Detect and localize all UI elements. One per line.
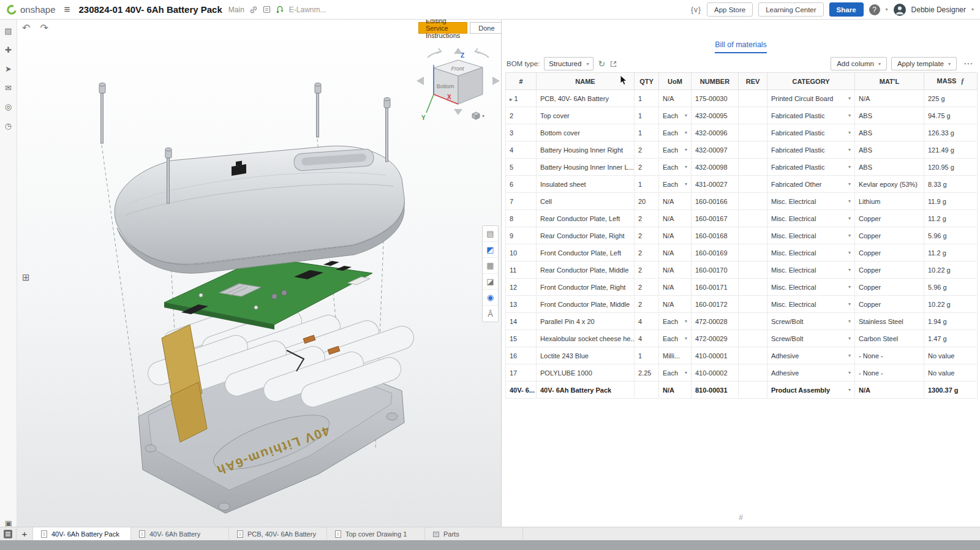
cell-qty[interactable]: 2.25 xyxy=(635,364,659,382)
cell-mass[interactable]: 121.49 g xyxy=(924,141,978,159)
cell-mass[interactable]: 10.22 g xyxy=(924,296,978,313)
feature-list-icon[interactable]: ▤ xyxy=(2,24,15,37)
bom-table-row[interactable]: ▸1 PCB, 40V- 6Ah Battery 1 N/A▾ 175-0003… xyxy=(506,90,978,107)
cell-uom[interactable]: N/A▾ xyxy=(659,244,692,262)
cell-number[interactable]: 160-00170 xyxy=(692,262,739,279)
cell-uom[interactable]: N/A▾ xyxy=(659,296,692,313)
uom-dropdown-caret-icon[interactable]: ▾ xyxy=(685,370,687,375)
uom-dropdown-caret-icon[interactable]: ▾ xyxy=(685,181,687,187)
category-dropdown-caret-icon[interactable]: ▾ xyxy=(848,387,851,393)
cell-uom[interactable]: Each▾ xyxy=(659,364,692,382)
help-caret-icon[interactable]: ▾ xyxy=(886,7,888,12)
cell-rev[interactable] xyxy=(739,210,767,227)
app-store-button[interactable]: App Store xyxy=(707,2,753,17)
cell-mass[interactable]: 11.9 g xyxy=(924,193,978,210)
cell-rev[interactable] xyxy=(739,296,767,313)
cell-material[interactable]: Copper xyxy=(855,279,924,296)
cell-name[interactable]: Front Conductor Plate, Left xyxy=(537,244,635,262)
cell-uom[interactable]: N/A▾ xyxy=(659,382,692,399)
cell-rev[interactable] xyxy=(739,107,767,124)
refresh-icon[interactable]: ↻ xyxy=(598,59,605,69)
cell-material[interactable]: Copper xyxy=(855,296,924,313)
cell-name[interactable]: Loctite 243 Blue xyxy=(537,347,635,364)
cell-rev[interactable] xyxy=(739,382,767,399)
bom-table-row[interactable]: ▸12 Front Conductor Plate, Right 2 N/A▾ … xyxy=(506,279,978,296)
bom-table-row[interactable]: ▸3 Bottom cover 1 Each▾ 432-00096 Fabric… xyxy=(506,124,978,141)
column-header-item[interactable]: # xyxy=(506,73,537,90)
banner-done-button[interactable]: Done xyxy=(470,22,501,34)
cell-number[interactable]: 175-00030 xyxy=(692,90,739,107)
cell-name[interactable]: Rear Conductor Plate, Left xyxy=(537,210,635,227)
cell-uom[interactable]: Each▾ xyxy=(659,124,692,141)
user-name[interactable]: Debbie Designer xyxy=(911,6,966,14)
cell-category[interactable]: Misc. Electrical▾ xyxy=(767,279,855,296)
bom-table-row[interactable]: ▸6 Insulated sheet 1 Each▾ 431-00027 Fab… xyxy=(506,176,978,193)
cell-mass[interactable]: 5.96 g xyxy=(924,279,978,296)
cell-uom[interactable]: N/A▾ xyxy=(659,262,692,279)
cell-number[interactable]: 432-00098 xyxy=(692,159,739,176)
cell-name[interactable]: Parallel Pin 4 x 20 xyxy=(537,313,635,330)
3d-viewport[interactable]: 40V Lithium-6Ah xyxy=(17,20,501,527)
named-views-icon[interactable]: ◉ xyxy=(483,290,498,306)
redo-icon[interactable]: ↷ xyxy=(40,22,48,34)
cell-mass[interactable]: 1.94 g xyxy=(924,313,978,330)
cell-mass[interactable]: 120.95 g xyxy=(924,159,978,176)
cell-uom[interactable]: Each▾ xyxy=(659,176,692,193)
cell-name[interactable]: Front Conductor Plate, Middle xyxy=(537,296,635,313)
cell-qty[interactable]: 2 xyxy=(635,159,659,176)
cell-rev[interactable] xyxy=(739,262,767,279)
cell-category[interactable]: Misc. Electrical▾ xyxy=(767,262,855,279)
add-tab-button[interactable]: + xyxy=(17,527,33,540)
category-dropdown-caret-icon[interactable]: ▾ xyxy=(848,130,851,135)
cell-uom[interactable]: Each▾ xyxy=(659,330,692,347)
cell-category[interactable]: Misc. Electrical▾ xyxy=(767,227,855,244)
cell-material[interactable]: N/A xyxy=(855,382,924,399)
parent-document-label[interactable]: E-Lawnm... xyxy=(289,6,326,14)
tab-parts[interactable]: Parts xyxy=(425,527,523,540)
bom-table-row[interactable]: ▸15 Hexalobular socket cheese he... 4 Ea… xyxy=(506,330,978,347)
cell-number[interactable]: 432-00096 xyxy=(692,124,739,141)
share-button[interactable]: Share xyxy=(829,2,864,17)
history-icon[interactable]: ◷ xyxy=(2,119,15,132)
cell-rev[interactable] xyxy=(739,347,767,364)
cell-qty[interactable]: 1 xyxy=(635,347,659,364)
cell-material[interactable]: Copper xyxy=(855,227,924,244)
bom-table-row[interactable]: ▸16 Loctite 243 Blue 1 Milli...▾ 410-000… xyxy=(506,347,978,364)
category-dropdown-caret-icon[interactable]: ▾ xyxy=(848,301,851,307)
cell-category[interactable]: Printed Circuit Board▾ xyxy=(767,90,855,107)
cell-category[interactable]: Misc. Electrical▾ xyxy=(767,193,855,210)
cell-qty[interactable]: 2 xyxy=(635,141,659,159)
cell-category[interactable]: Adhesive▾ xyxy=(767,364,855,382)
uom-dropdown-caret-icon[interactable]: ▾ xyxy=(685,130,687,135)
help-icon[interactable]: ? xyxy=(869,4,880,15)
cell-mass[interactable]: 126.33 g xyxy=(924,124,978,141)
category-dropdown-caret-icon[interactable]: ▾ xyxy=(848,370,851,375)
cell-uom[interactable]: Milli...▾ xyxy=(659,347,692,364)
cell-category[interactable]: Screw/Bolt▾ xyxy=(767,313,855,330)
category-dropdown-caret-icon[interactable]: ▾ xyxy=(848,250,851,255)
cell-number[interactable]: 160-00167 xyxy=(692,210,739,227)
category-dropdown-caret-icon[interactable]: ▾ xyxy=(848,198,851,204)
cell-mass[interactable]: 1300.37 g xyxy=(924,382,978,399)
column-header-matl[interactable]: MAT'L xyxy=(855,73,924,90)
cell-mass[interactable]: 1.47 g xyxy=(924,330,978,347)
bom-table-row[interactable]: ▸9 Rear Conductor Plate, Right 2 N/A▾ 16… xyxy=(506,227,978,244)
link-icon[interactable] xyxy=(249,6,258,14)
cell-number[interactable]: 410-00001 xyxy=(692,347,739,364)
cell-category[interactable]: Fabricated Plastic▾ xyxy=(767,107,855,124)
cell-qty[interactable]: 2 xyxy=(635,296,659,313)
expand-row-icon[interactable]: ▸ xyxy=(510,96,513,102)
category-dropdown-caret-icon[interactable]: ▾ xyxy=(848,353,851,358)
onshape-logo[interactable]: onshape xyxy=(6,4,56,15)
uom-dropdown-caret-icon[interactable]: ▾ xyxy=(685,113,687,118)
cell-mass[interactable]: 11.2 g xyxy=(924,244,978,262)
cell-material[interactable]: ABS xyxy=(855,141,924,159)
code-braces-icon[interactable]: {v} xyxy=(691,6,701,14)
cell-qty[interactable]: 1 xyxy=(635,90,659,107)
cell-uom[interactable]: Each▾ xyxy=(659,313,692,330)
user-menu-caret-icon[interactable]: ▾ xyxy=(971,7,974,12)
cell-mass[interactable]: 225 g xyxy=(924,90,978,107)
cell-category[interactable]: Fabricated Plastic▾ xyxy=(767,141,855,159)
cell-name[interactable]: Front Conductor Plate, Right xyxy=(537,279,635,296)
cell-name[interactable]: Hexalobular socket cheese he... xyxy=(537,330,635,347)
